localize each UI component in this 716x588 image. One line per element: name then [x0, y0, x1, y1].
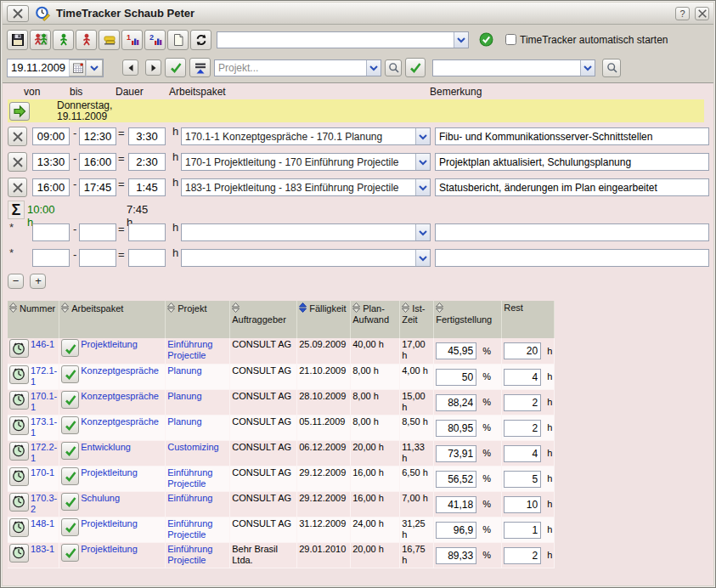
sort-icon[interactable]: [9, 302, 17, 313]
rest-input[interactable]: [504, 471, 541, 488]
task-number-link[interactable]: 170.1-1: [31, 391, 57, 413]
fertigstellung-input[interactable]: [436, 547, 476, 564]
task-number-link[interactable]: 146-1: [31, 339, 54, 350]
start-tracking-button[interactable]: [53, 30, 74, 50]
track-time-button[interactable]: [9, 391, 29, 410]
arbeitspaket-link[interactable]: Projektleitung: [81, 467, 138, 478]
header-projekt[interactable]: Projekt: [166, 301, 230, 338]
von-input[interactable]: [32, 153, 70, 171]
header-fertigstellung[interactable]: Fertigstellung: [434, 301, 502, 338]
track-time-button[interactable]: [9, 467, 29, 486]
arbeitspaket-link[interactable]: Konzeptgespräche: [81, 416, 159, 427]
delete-entry-button[interactable]: [8, 178, 27, 197]
chevron-down-icon[interactable]: [415, 154, 430, 170]
close-window-button[interactable]: [695, 7, 709, 20]
chevron-down-icon[interactable]: [415, 179, 430, 195]
sort-active-icon[interactable]: [299, 302, 307, 313]
projekt-link[interactable]: Einführung Projectile: [167, 518, 212, 540]
date-input[interactable]: [8, 61, 69, 74]
bemerkung-input[interactable]: [435, 249, 709, 267]
report-1-button[interactable]: 1: [121, 30, 143, 50]
fertigstellung-input[interactable]: [436, 342, 476, 359]
sort-icon[interactable]: [352, 302, 360, 313]
header-plan-aufwand[interactable]: Plan-Aufwand: [351, 301, 400, 338]
chevron-down-icon[interactable]: [415, 224, 430, 240]
bis-input[interactable]: [79, 127, 116, 145]
rest-input[interactable]: [504, 522, 541, 539]
projekt-link[interactable]: Einführung Projectile: [167, 467, 212, 489]
chevron-down-icon[interactable]: [580, 60, 595, 76]
sort-icon[interactable]: [61, 302, 69, 313]
arbeitspaket-link[interactable]: Konzeptgespräche: [81, 391, 159, 402]
fertigstellung-input[interactable]: [436, 445, 476, 462]
remove-row-button[interactable]: −: [8, 274, 24, 289]
complete-task-button[interactable]: [61, 339, 79, 357]
fertigstellung-input[interactable]: [436, 420, 476, 437]
projekt-link[interactable]: Einführung Projectile: [167, 339, 212, 360]
complete-task-button[interactable]: [61, 518, 79, 536]
projekt-link[interactable]: Planung: [167, 391, 201, 401]
complete-task-button[interactable]: [61, 544, 79, 562]
sort-icon[interactable]: [232, 302, 240, 313]
dauer-input[interactable]: [128, 249, 166, 267]
rest-input[interactable]: [504, 496, 541, 513]
activity-combo[interactable]: [217, 31, 469, 48]
projekt-link[interactable]: Einführung Projectile: [167, 544, 212, 565]
rest-input[interactable]: [504, 420, 541, 437]
rest-input[interactable]: [504, 445, 541, 462]
task-number-link[interactable]: 148-1: [31, 518, 54, 529]
arbeitspaket-combo[interactable]: 183-1 Projektleitung - 183 Einführung Pr…: [181, 178, 431, 196]
sort-icon[interactable]: [402, 302, 409, 313]
arbeitspaket-combo[interactable]: 170.1-1 Konzeptgespräche - 170.1 Planung: [181, 127, 431, 145]
bemerkung-input[interactable]: [435, 153, 709, 171]
dauer-input[interactable]: [128, 223, 166, 241]
dauer-input[interactable]: [128, 153, 166, 171]
header-faelligkeit[interactable]: Fälligkeit: [297, 301, 351, 338]
fertigstellung-input[interactable]: [436, 471, 476, 488]
complete-task-button[interactable]: [61, 391, 79, 409]
rest-input[interactable]: [504, 342, 541, 359]
task-number-link[interactable]: 183-1: [31, 544, 54, 555]
bemerkung-input[interactable]: [435, 223, 709, 241]
task-number-link[interactable]: 172.2-1: [31, 442, 57, 464]
autostart-checkbox[interactable]: [505, 34, 516, 45]
rest-input[interactable]: [504, 394, 541, 411]
complete-task-button[interactable]: [61, 442, 79, 460]
track-time-button[interactable]: [9, 365, 29, 384]
header-auftraggeber[interactable]: Auftraggeber: [230, 301, 297, 338]
task-number-link[interactable]: 170.3-2: [31, 493, 57, 515]
transfer-button[interactable]: [30, 30, 51, 50]
arbeitspaket-link[interactable]: Konzeptgespräche: [81, 365, 159, 376]
complete-task-button[interactable]: [61, 467, 79, 485]
arbeitspaket-link[interactable]: Entwicklung: [81, 442, 131, 453]
arbeitspaket-combo[interactable]: [181, 249, 431, 267]
task-number-link[interactable]: 170-1: [31, 467, 54, 478]
arbeitspaket-link[interactable]: Projektleitung: [81, 339, 138, 350]
arbeitspaket-link[interactable]: Projektleitung: [81, 518, 138, 529]
header-ist-zeit[interactable]: Ist-Zeit: [400, 301, 434, 338]
header-nummer[interactable]: Nummer: [8, 301, 59, 338]
von-input[interactable]: [32, 223, 70, 241]
bis-input[interactable]: [79, 249, 116, 267]
worklist-button[interactable]: [99, 30, 120, 50]
arbeitspaket-combo[interactable]: 170-1 Projektleitung - 170 Einführung Pr…: [181, 153, 431, 171]
new-document-button[interactable]: [167, 30, 189, 50]
complete-task-button[interactable]: [61, 365, 79, 383]
header-rest[interactable]: Rest: [502, 301, 555, 338]
project-search-button[interactable]: [385, 59, 402, 76]
sort-icon[interactable]: [436, 302, 443, 313]
bis-input[interactable]: [79, 153, 116, 171]
chevron-down-icon[interactable]: [415, 250, 430, 266]
dauer-input[interactable]: [128, 178, 166, 196]
close-panel-button[interactable]: [7, 5, 29, 22]
stop-tracking-button[interactable]: [76, 30, 97, 50]
bis-input[interactable]: [79, 223, 116, 241]
add-row-button[interactable]: +: [30, 274, 46, 289]
von-input[interactable]: [32, 249, 70, 267]
task-number-link[interactable]: 172.1-1: [31, 365, 57, 387]
projekt-link[interactable]: Planung: [167, 365, 201, 376]
projekt-link[interactable]: Planung: [167, 416, 201, 427]
fertigstellung-input[interactable]: [436, 394, 476, 411]
header-arbeitspaket[interactable]: Arbeitspaket: [59, 301, 166, 338]
track-time-button[interactable]: [9, 416, 29, 435]
